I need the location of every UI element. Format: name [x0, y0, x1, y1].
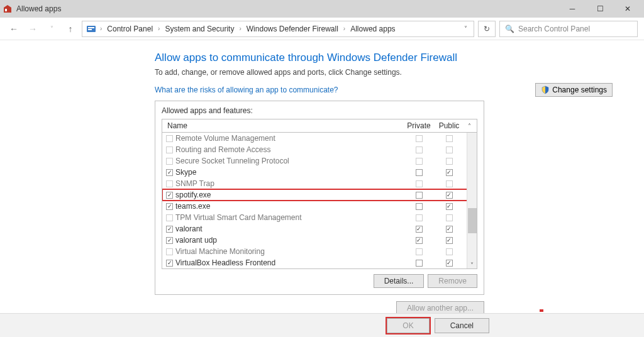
- list-row[interactable]: ✓spotify.exe✓: [162, 189, 477, 201]
- checkbox[interactable]: [416, 260, 423, 267]
- footer-bar: OK Cancel: [0, 313, 644, 337]
- search-icon: 🔍: [505, 25, 514, 33]
- allowed-apps-panel: Allowed apps and features: Name Private …: [155, 101, 484, 295]
- app-name: teams.exe: [175, 202, 210, 211]
- checkbox[interactable]: [416, 135, 423, 142]
- maximize-button[interactable]: ☐: [586, 0, 614, 18]
- checkbox[interactable]: ✓: [446, 169, 453, 176]
- scroll-down-icon[interactable]: ˅: [467, 262, 477, 268]
- checkbox[interactable]: [166, 214, 173, 221]
- window-title: Allowed apps: [16, 4, 558, 13]
- checkbox[interactable]: ✓: [446, 226, 453, 233]
- checkbox[interactable]: [416, 203, 423, 210]
- checkbox[interactable]: [446, 214, 453, 221]
- checkbox[interactable]: [446, 180, 453, 187]
- app-name: Virtual Machine Monitoring: [175, 247, 265, 256]
- list-row[interactable]: ✓teams.exe✓: [162, 201, 477, 212]
- scroll-up-icon[interactable]: ˄: [464, 123, 474, 130]
- search-placeholder: Search Control Panel: [518, 25, 590, 33]
- checkbox[interactable]: ✓: [166, 226, 173, 233]
- checkbox[interactable]: [166, 158, 173, 165]
- checkbox[interactable]: [416, 248, 423, 255]
- app-name: spotify.exe: [175, 191, 211, 199]
- app-icon: [3, 4, 13, 14]
- checkbox[interactable]: ✓: [166, 237, 173, 244]
- control-panel-icon: [86, 24, 96, 34]
- checkbox[interactable]: ✓: [166, 203, 173, 210]
- chevron-right-icon: ›: [238, 25, 242, 32]
- address-dropdown[interactable]: ˅: [462, 25, 470, 32]
- checkbox[interactable]: ✓: [166, 192, 173, 199]
- list-row[interactable]: TPM Virtual Smart Card Management: [162, 212, 477, 223]
- checkbox[interactable]: [416, 214, 423, 221]
- checkbox[interactable]: [446, 248, 453, 255]
- checkbox[interactable]: ✓: [416, 226, 423, 233]
- up-button[interactable]: ↑: [63, 21, 78, 36]
- search-input[interactable]: 🔍 Search Control Panel: [499, 21, 638, 37]
- app-name: Routing and Remote Access: [175, 145, 270, 154]
- checkbox[interactable]: [446, 146, 453, 153]
- app-name: SNMP Trap: [175, 179, 214, 188]
- list-row[interactable]: ✓valorant udp✓✓: [162, 235, 477, 246]
- app-name: Skype: [175, 168, 196, 177]
- list-row[interactable]: ✓Skype✓: [162, 167, 477, 178]
- cancel-button[interactable]: Cancel: [435, 318, 489, 333]
- checkbox[interactable]: [416, 146, 423, 153]
- checkbox[interactable]: [416, 158, 423, 165]
- checkbox[interactable]: ✓: [446, 260, 453, 267]
- checkbox[interactable]: ✓: [446, 237, 453, 244]
- column-name[interactable]: Name: [165, 121, 404, 130]
- checkbox[interactable]: [416, 169, 423, 176]
- scrollbar-thumb[interactable]: [468, 208, 477, 233]
- app-name: valorant: [175, 224, 203, 233]
- chevron-right-icon: ›: [157, 25, 161, 32]
- list-row[interactable]: ✓VirtualBox Headless Frontend✓: [162, 257, 477, 268]
- checkbox[interactable]: [416, 192, 423, 199]
- checkbox[interactable]: [446, 135, 453, 142]
- app-name: valorant udp: [175, 236, 217, 245]
- column-public[interactable]: Public: [434, 121, 464, 130]
- checkbox[interactable]: [166, 146, 173, 153]
- checkbox[interactable]: ✓: [166, 169, 173, 176]
- list-row[interactable]: Routing and Remote Access: [162, 144, 477, 155]
- checkbox[interactable]: ✓: [446, 192, 453, 199]
- svg-rect-2: [88, 27, 94, 28]
- chevron-right-icon: ›: [99, 25, 103, 32]
- refresh-button[interactable]: ↻: [478, 21, 496, 37]
- breadcrumb-item[interactable]: Control Panel: [106, 25, 154, 33]
- checkbox[interactable]: ✓: [416, 237, 423, 244]
- breadcrumb-item[interactable]: Allowed apps: [349, 25, 396, 33]
- breadcrumb-item[interactable]: System and Security: [164, 25, 235, 33]
- list-row[interactable]: Remote Volume Management: [162, 133, 477, 144]
- close-button[interactable]: ✕: [614, 0, 641, 18]
- list-row[interactable]: Virtual Machine Monitoring: [162, 246, 477, 257]
- list-row[interactable]: ✓valorant✓✓: [162, 223, 477, 235]
- chevron-right-icon: ›: [342, 25, 347, 32]
- checkbox[interactable]: ✓: [446, 203, 453, 210]
- list-row[interactable]: SNMP Trap: [162, 178, 477, 189]
- panel-label: Allowed apps and features:: [162, 106, 477, 115]
- scrollbar[interactable]: ˅: [467, 133, 477, 268]
- change-settings-button[interactable]: Change settings: [535, 83, 613, 97]
- checkbox[interactable]: [166, 180, 173, 187]
- checkbox[interactable]: [416, 180, 423, 187]
- remove-button[interactable]: Remove: [428, 274, 477, 288]
- list-row[interactable]: Secure Socket Tunneling Protocol: [162, 155, 477, 167]
- checkbox[interactable]: ✓: [166, 260, 173, 267]
- breadcrumb-item[interactable]: Windows Defender Firewall: [245, 25, 340, 33]
- checkbox[interactable]: [166, 248, 173, 255]
- minimize-button[interactable]: ─: [558, 0, 586, 18]
- checkbox[interactable]: [446, 158, 453, 165]
- back-button[interactable]: ←: [6, 21, 21, 36]
- title-bar: Allowed apps ─ ☐ ✕: [0, 0, 644, 18]
- forward-button[interactable]: →: [25, 21, 40, 36]
- details-button[interactable]: Details...: [374, 274, 425, 288]
- risks-link[interactable]: What are the risks of allowing an app to…: [155, 86, 338, 94]
- address-bar[interactable]: › Control Panel › System and Security › …: [82, 21, 474, 37]
- checkbox[interactable]: [166, 135, 173, 142]
- shield-icon: [541, 86, 550, 94]
- column-private[interactable]: Private: [404, 121, 434, 130]
- ok-button[interactable]: OK: [387, 318, 429, 333]
- apps-list: Name Private Public ˄ Remote Volume Mana…: [162, 119, 477, 269]
- recent-dropdown[interactable]: ˅: [44, 21, 59, 36]
